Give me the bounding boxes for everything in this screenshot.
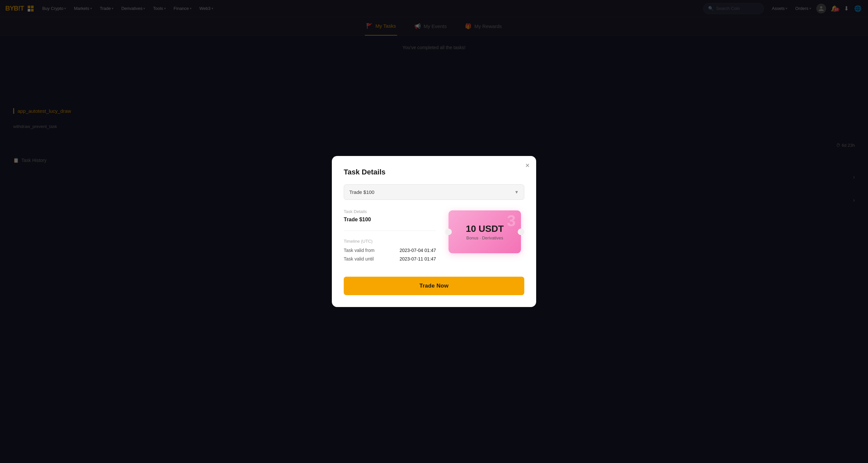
modal-body: Task Details Trade $100 Timeline (UTC) T…: [344, 209, 524, 265]
valid-from-value: 2023-07-04 01:47: [399, 248, 436, 253]
valid-from-label: Task valid from: [344, 248, 374, 253]
trade-now-button[interactable]: Trade Now: [344, 277, 524, 295]
valid-from-row: Task valid from 2023-07-04 01:47: [344, 248, 436, 253]
task-dropdown[interactable]: Trade $100 ▼: [344, 184, 524, 200]
dropdown-chevron-icon: ▼: [515, 190, 519, 195]
valid-until-row: Task valid until 2023-07-11 01:47: [344, 256, 436, 261]
divider: [344, 231, 436, 231]
reward-ticket: 3 10 USDT Bonus · Derivatives: [448, 210, 521, 253]
task-details-label: Task Details: [344, 209, 436, 214]
valid-until-value: 2023-07-11 01:47: [399, 256, 436, 261]
dropdown-value: Trade $100: [349, 189, 374, 195]
task-details-value: Trade $100: [344, 216, 436, 223]
task-details-modal: × Task Details Trade $100 ▼ Task Details…: [332, 156, 536, 307]
ticket-amount: 10 USDT: [466, 224, 503, 234]
modal-title: Task Details: [344, 168, 524, 176]
ticket-label: Bonus · Derivatives: [466, 235, 503, 240]
ticket-deco: 3: [507, 213, 516, 229]
page-background: 🚩 My Tasks 📢 My Events 🎁 My Rewards You'…: [0, 17, 868, 463]
modal-left: Task Details Trade $100 Timeline (UTC) T…: [344, 209, 436, 265]
modal-overlay[interactable]: × Task Details Trade $100 ▼ Task Details…: [0, 0, 868, 463]
modal-close-button[interactable]: ×: [525, 162, 530, 169]
modal-right: 3 10 USDT Bonus · Derivatives: [445, 209, 524, 265]
valid-until-label: Task valid until: [344, 256, 374, 261]
timeline-label: Timeline (UTC): [344, 239, 436, 244]
